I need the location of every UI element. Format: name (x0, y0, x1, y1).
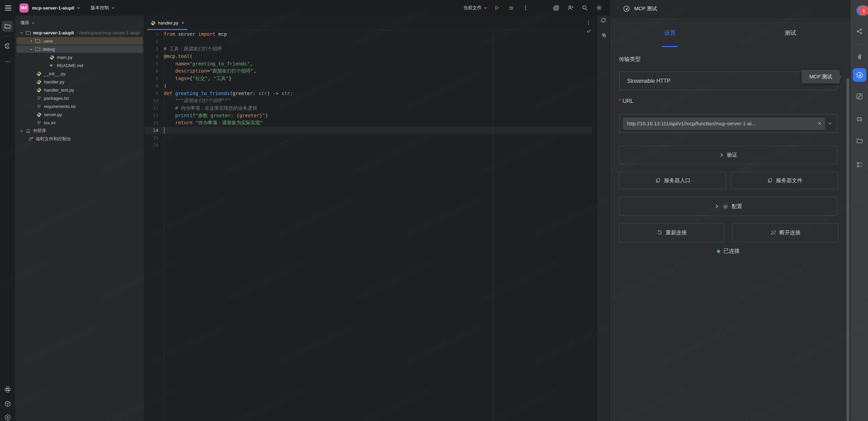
inspections-ok-widget[interactable] (586, 28, 592, 34)
run-button[interactable] (492, 3, 502, 13)
tab-settings[interactable]: 设置 (610, 18, 730, 48)
project-switcher[interactable]: mcp-server-1-aiupll (32, 5, 75, 11)
tree-row-init-py[interactable]: __init__.py (15, 69, 144, 78)
services-button[interactable] (2, 411, 13, 421)
notifications-button[interactable] (598, 16, 608, 26)
share-button[interactable] (853, 25, 866, 38)
debug-bug-icon (508, 5, 514, 11)
project-tree-header[interactable]: 项目 (15, 16, 144, 29)
ide-right-strip (597, 16, 610, 421)
mcp-right-strip: t (851, 0, 868, 421)
mcp-panel-title: MCP 测试 (634, 5, 657, 12)
share-icon (856, 28, 863, 35)
menu-icon (4, 4, 12, 11)
debug-button[interactable] (507, 3, 516, 13)
chevron-down-icon[interactable] (828, 121, 832, 126)
tree-row-handler-test-py[interactable]: handler_test.py (15, 86, 144, 94)
url-value: http://10.10.13.111/api/v1/mcp/function/… (627, 121, 814, 126)
ide-screen: MA mcp-server-1-aiupll 版本控制 当前文件 (0, 0, 868, 421)
project-badge[interactable]: MA (19, 3, 29, 13)
url-combobox[interactable]: http://10.10.13.111/api/v1/mcp/function/… (619, 114, 837, 133)
tab-handler-py[interactable]: handler.py × (147, 16, 188, 30)
attach-tool-button[interactable] (853, 50, 866, 63)
tree-row-requirements-txt[interactable]: requirements.txt (15, 102, 144, 110)
tree-row-main-py[interactable]: main.py (15, 53, 144, 61)
tree-row-handler-py[interactable]: handler.py (15, 78, 144, 86)
tree-label: requirements.txt (44, 104, 76, 109)
disconnect-button[interactable]: 断开连接 (732, 223, 838, 242)
structure-list-tool-button[interactable] (853, 158, 866, 171)
tree-row-external-libraries[interactable]: 外部库 (15, 127, 144, 135)
tree-row-venv[interactable]: .venv (15, 37, 144, 45)
tree-label: tox.ini (44, 120, 55, 125)
close-icon[interactable]: × (181, 20, 184, 26)
run-configuration-selector[interactable]: 当前文件 (463, 5, 487, 11)
chevron-right-icon (19, 128, 24, 133)
reconnect-button[interactable]: 重新连接 (619, 223, 724, 242)
python-icon (36, 71, 42, 77)
chevron-down-icon (31, 21, 35, 25)
python-packages-button[interactable] (2, 398, 13, 409)
tree-row-debug[interactable]: debug (15, 45, 144, 53)
disconnect-icon (770, 230, 776, 236)
url-chip[interactable]: http://10.10.13.111/api/v1/mcp/function/… (623, 118, 825, 130)
check-icon (586, 28, 592, 34)
tab-list-button[interactable] (586, 16, 591, 30)
vcs-widget[interactable]: 版本控制 (91, 5, 115, 11)
mcp-tooltip: MCP 测试 (802, 70, 840, 83)
robot-tool-button[interactable] (853, 112, 866, 126)
tree-row-root[interactable]: mcp-server-1-aiupll ~/workspace/mcp-serv… (15, 29, 144, 37)
more-tools-button[interactable] (2, 56, 13, 67)
connection-status: 已连接 (619, 248, 837, 255)
gutter[interactable]: 12345678910111213141516 (144, 31, 164, 149)
tab-test[interactable]: 测试 (730, 18, 851, 48)
tree-row-scratches[interactable]: 临时文件和控制台 (15, 135, 144, 143)
settings-gear-icon (596, 4, 602, 11)
project-tree-panel: 项目 mcp-server-1-aiupll ~/workspace/mcp-s… (15, 16, 144, 421)
text-file-icon (36, 95, 42, 101)
server-files-button[interactable]: 服务器文件 (731, 172, 838, 189)
mcp-tabs: 设置 测试 (610, 18, 851, 48)
editor-area[interactable]: handler.py × 12345678910111213141516 fro… (144, 16, 597, 421)
python-icon (36, 79, 42, 85)
mcp-test-window: MCP 测试 设置 测试 传输类型 Streamable HTTP *URL h… (609, 0, 868, 421)
tree-row-server-py[interactable]: server.py (15, 110, 144, 119)
main-toolbar: MA mcp-server-1-aiupll 版本控制 当前文件 (0, 0, 609, 16)
search-everywhere-button[interactable] (580, 3, 590, 13)
code-area[interactable]: from server import mcp# 工具：跟朋友们打个招呼@mcp.… (164, 31, 592, 149)
files-tool-button[interactable] (853, 134, 866, 147)
screen-share-button[interactable] (598, 30, 608, 40)
tree-row-packages-txt[interactable]: packages.txt (15, 94, 144, 102)
structure-list-icon (856, 161, 863, 168)
avatar-letter: t (863, 8, 865, 14)
structure-tool-button[interactable] (2, 40, 13, 52)
python-icon (150, 20, 156, 26)
link-tool-button[interactable] (853, 90, 866, 103)
validate-button[interactable]: 验证 (619, 146, 837, 164)
project-tool-button[interactable] (2, 20, 13, 32)
main-menu-button[interactable] (3, 3, 13, 13)
python-console-button[interactable] (2, 384, 13, 395)
settings-button[interactable] (594, 3, 604, 13)
add-user-button[interactable] (566, 3, 575, 13)
tree-row-readme[interactable]: M↓ README.md (15, 61, 144, 69)
tree-label: debug (43, 47, 55, 52)
mcp-gauge-icon (856, 71, 864, 79)
tree-label: packages.txt (44, 96, 69, 101)
more-actions-button[interactable] (521, 3, 530, 13)
ai-assistant-button[interactable]: @ (551, 3, 561, 13)
remove-url-icon[interactable]: ✕ (817, 121, 822, 127)
config-button[interactable]: 配置 (619, 197, 837, 216)
mcp-test-tool-button[interactable] (853, 68, 866, 82)
server-entry-button[interactable]: 服务器入口 (619, 172, 726, 189)
kebab-icon (523, 5, 528, 11)
avatar[interactable]: t (859, 5, 868, 16)
strip-divider (853, 44, 866, 45)
tree-row-tox-ini[interactable]: tox.ini (15, 119, 144, 127)
left-tool-strip (0, 16, 15, 421)
folder-icon (35, 38, 41, 44)
panel-scrollbar[interactable] (847, 78, 849, 421)
mcp-panel-header: MCP 测试 (610, 0, 851, 18)
tree-label: __init__.py (44, 71, 65, 76)
chevron-down-icon (483, 6, 487, 10)
